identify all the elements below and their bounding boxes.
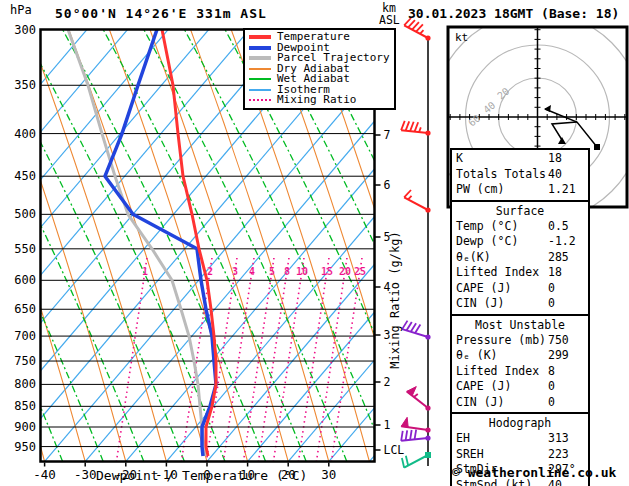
mixing-ratio-value-label: 10 [296,266,308,277]
hodograph-arrowhead [544,105,551,112]
wind-barb-part [410,430,412,440]
stats-panel-section: K18Totals Totals40PW (cm)1.21 [450,148,590,202]
stats-row-value: 18 [548,151,562,167]
legend-item-label: Mixing Ratio [277,95,356,105]
stats-row-value: 0 [548,379,555,395]
stats-row: θₑ(K)285 [456,250,584,266]
legend-swatch [249,89,271,91]
stats-row-value: -1.2 [548,234,576,250]
wind-barb-part [406,121,410,130]
pressure-tick-label: 650 [14,302,36,316]
stats-row-label: Lifted Index [456,265,548,281]
stats-row: Lifted Index18 [456,265,584,281]
stats-row: CAPE (J)0 [456,281,584,297]
lcl-label: LCL [384,443,405,457]
legend-swatch [249,46,271,50]
legend-swatch [249,35,271,39]
stats-row: EH313 [456,431,584,447]
wind-barb [401,121,430,136]
stats-row-value: 285 [548,250,569,266]
stats-row-value: 18 [548,265,562,281]
stats-panel-header: Most Unstable [456,317,584,333]
km-tick-label: 6 [384,178,391,192]
stats-row: Dewp (°C)-1.2 [456,234,584,250]
hodograph-ring-label: 40 [481,99,497,115]
stats-row-label: K [456,151,548,167]
pressure-tick-label: 850 [14,399,36,413]
wind-barb-part [404,197,428,210]
stats-panel-section: SurfaceTemp (°C)0.5Dewp (°C)-1.2θₑ(K)285… [450,200,590,316]
stats-row-label: EH [456,431,548,447]
temp-tick-label: 30 [321,467,336,482]
mixing-ratio-value-label: 5 [269,266,275,277]
legend-swatch [249,99,271,101]
stats-row-label: SREH [456,447,548,463]
stats-row-label: Lifted Index [456,364,548,380]
wind-barb-part [425,427,430,432]
stats-row-label: θₑ (K) [456,348,548,364]
mixing-ratio-value-label: 15 [321,266,333,277]
wind-barb [402,452,431,468]
mixing-ratio-value-label: 4 [249,266,255,277]
wind-barb-part [415,122,419,131]
stats-row-label: θₑ(K) [456,250,548,266]
km-tick-label: 7 [384,128,391,142]
stats-row: CAPE (J)0 [456,379,584,395]
mixing-ratio-value-label: 8 [284,266,290,277]
pressure-tick-label: 900 [14,420,36,434]
stats-row-value: 0 [548,296,555,312]
hodograph-trace [545,109,597,147]
stats-row-value: 313 [548,431,569,447]
stats-row-value: 0.5 [548,219,569,235]
legend-swatch [249,68,271,70]
stats-row-label: Pressure (mb) [456,333,548,349]
stats-row-label: CAPE (J) [456,379,548,395]
mixing-ratio-value-label: 20 [339,266,351,277]
x-axis-label: Dewpoint / Temperature (°C) [96,468,307,483]
wind-barb [404,190,430,213]
temp-tick-label: -40 [33,467,56,482]
mixing-ratio-axis-label: Mixing Ratio (g/kg) [388,231,402,368]
chart-legend: TemperatureDewpointParcel TrajectoryDry … [243,28,396,110]
stats-row-value: 0 [548,395,555,411]
stats-row: θₑ (K)299 [456,348,584,364]
wind-barb-part [411,323,416,331]
stats-row-value: 750 [548,333,569,349]
wind-barb-part [410,122,414,131]
wind-barb-part [406,430,408,440]
stats-row-label: PW (cm) [456,182,548,198]
pressure-tick-label: 400 [14,127,36,141]
asl-axis-unit: ASL [379,14,400,26]
mixing-ratio-value-label: 1 [142,266,148,277]
km-tick-label: 2 [384,375,391,389]
stats-row: SREH223 [456,447,584,463]
hodograph-triangle-marker [558,137,566,144]
mixing-ratio-value-label: 2 [207,266,213,277]
wind-barb-part [425,452,431,458]
wind-barb-part [425,207,430,212]
wind-barb [407,387,431,411]
wind-barb-part [425,35,430,40]
stats-row: Lifted Index8 [456,364,584,380]
stats-row: Totals Totals40 [456,167,584,183]
hodograph-ring-label: 20 [495,85,511,101]
wind-barb-part [415,430,417,440]
stats-row: CIN (J)0 [456,296,584,312]
hodograph-trace-branch [552,122,577,140]
km-tick-label: 1 [384,418,391,432]
page-title: 50°00'N 14°26'E 331m ASL [55,6,267,21]
mixing-ratio-value-label: 3 [232,266,238,277]
dry-adiabat-line [109,30,247,462]
pressure-tick-label: 700 [14,329,36,343]
pressure-tick-label: 750 [14,354,36,368]
stats-row: CIN (J)0 [456,395,584,411]
wind-barb-part [402,458,404,468]
hodograph-unit-label: kt [455,32,468,44]
temp-tick-label: -30 [74,467,97,482]
stats-row: Temp (°C)0.5 [456,219,584,235]
mixing-ratio-line [331,258,362,462]
wind-barb [404,18,430,41]
stats-row-label: CAPE (J) [456,281,548,297]
copyright-label: © weatheronline.co.uk [452,465,616,480]
valid-date-label: 30.01.2023 18GMT (Base: 18) [408,6,619,21]
